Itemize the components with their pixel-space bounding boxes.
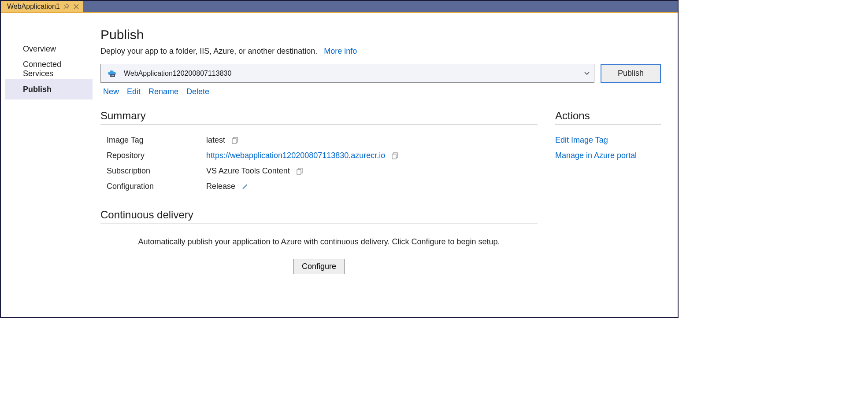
- summary-row-configuration: Configuration Release: [100, 182, 538, 191]
- actions-column: Actions Edit Image Tag Manage in Azure p…: [555, 110, 661, 274]
- actions-list: Edit Image Tag Manage in Azure portal: [555, 136, 661, 160]
- cd-title: Continuous delivery: [100, 209, 538, 224]
- summary-key: Image Tag: [100, 136, 206, 145]
- subtitle-row: Deploy your app to a folder, IIS, Azure,…: [100, 47, 661, 56]
- document-tab[interactable]: WebApplication1: [1, 1, 83, 12]
- svg-rect-2: [112, 75, 113, 76]
- close-icon[interactable]: [73, 4, 79, 10]
- summary-key: Configuration: [100, 182, 206, 191]
- summary-key: Subscription: [100, 166, 206, 176]
- tab-title: WebApplication1: [7, 3, 60, 11]
- chevron-down-icon: [584, 72, 590, 75]
- profile-action-edit[interactable]: Edit: [127, 87, 141, 96]
- content-area: Overview Connected Services Publish Publ…: [1, 13, 678, 317]
- continuous-delivery-section: Continuous delivery Automatically publis…: [100, 209, 538, 274]
- profile-select[interactable]: WebApplication120200807113830: [100, 64, 594, 83]
- svg-rect-1: [111, 75, 111, 76]
- copy-icon[interactable]: [296, 168, 303, 175]
- sidebar-item-label: Overview: [23, 44, 56, 54]
- svg-rect-9: [297, 169, 301, 174]
- sidebar: Overview Connected Services Publish: [4, 17, 93, 313]
- configure-button[interactable]: Configure: [293, 259, 345, 274]
- summary-row-subscription: Subscription VS Azure Tools Content: [100, 166, 538, 176]
- profile-action-new[interactable]: New: [103, 87, 119, 96]
- svg-rect-5: [232, 139, 236, 144]
- summary-column: Summary Image Tag latest Repository: [100, 110, 538, 274]
- summary-key: Repository: [100, 151, 206, 160]
- action-edit-image-tag[interactable]: Edit Image Tag: [555, 136, 661, 145]
- summary-value: latest: [206, 136, 225, 145]
- titlebar: WebApplication1: [1, 1, 678, 13]
- svg-rect-7: [392, 154, 396, 159]
- sidebar-item-publish[interactable]: Publish: [5, 79, 93, 99]
- profile-action-delete[interactable]: Delete: [186, 87, 209, 96]
- svg-rect-3: [113, 75, 114, 76]
- azure-container-icon: [107, 70, 117, 77]
- summary-title: Summary: [100, 110, 538, 125]
- sidebar-item-label: Connected Services: [23, 60, 93, 78]
- window: WebApplication1 Overview Connected Servi…: [0, 0, 679, 318]
- profile-selected-value: WebApplication120200807113830: [124, 70, 231, 77]
- summary-row-image-tag: Image Tag latest: [100, 136, 538, 145]
- subtitle-text: Deploy your app to a folder, IIS, Azure,…: [100, 47, 317, 55]
- profile-row: WebApplication120200807113830 Publish: [100, 64, 661, 83]
- sidebar-item-label: Publish: [23, 85, 52, 94]
- columns: Summary Image Tag latest Repository: [100, 110, 661, 274]
- copy-icon[interactable]: [391, 152, 398, 159]
- publish-button-label: Publish: [618, 69, 644, 78]
- copy-icon[interactable]: [231, 137, 238, 144]
- repository-link[interactable]: https://webapplication120200807113830.az…: [206, 151, 385, 160]
- actions-title: Actions: [555, 110, 661, 125]
- profile-action-rename[interactable]: Rename: [148, 87, 178, 96]
- publish-button[interactable]: Publish: [601, 64, 661, 83]
- action-manage-azure-portal[interactable]: Manage in Azure portal: [555, 151, 661, 160]
- summary-value: Release: [206, 182, 235, 191]
- summary-value: VS Azure Tools Content: [206, 166, 290, 176]
- configure-button-label: Configure: [302, 262, 336, 271]
- more-info-link[interactable]: More info: [324, 47, 357, 55]
- sidebar-item-overview[interactable]: Overview: [5, 39, 93, 59]
- page-title: Publish: [100, 27, 661, 42]
- pin-icon[interactable]: [63, 4, 70, 10]
- cd-description: Automatically publish your application t…: [100, 237, 538, 247]
- sidebar-item-connected-services[interactable]: Connected Services: [5, 59, 93, 79]
- profile-actions: New Edit Rename Delete: [100, 87, 661, 96]
- summary-row-repository: Repository https://webapplication1202008…: [100, 151, 538, 160]
- main-panel: Publish Deploy your app to a folder, IIS…: [93, 17, 674, 313]
- pencil-icon[interactable]: [241, 183, 249, 190]
